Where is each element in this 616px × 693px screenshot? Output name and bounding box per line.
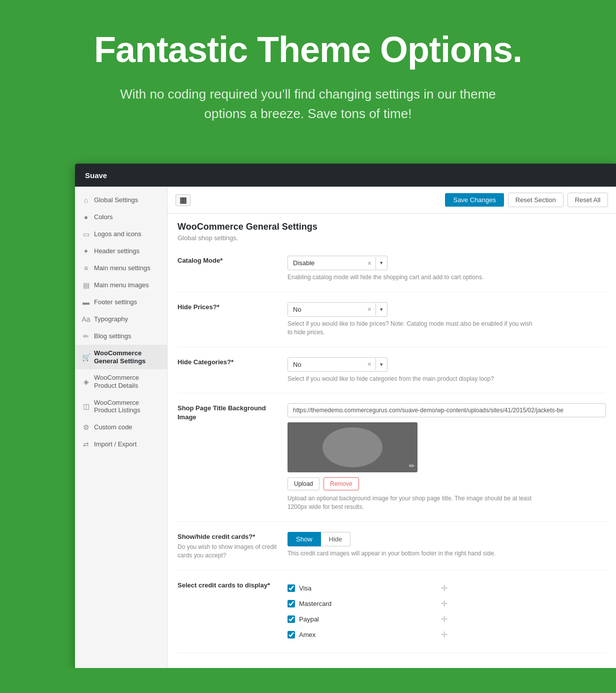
hide-prices-clear[interactable]: × (364, 303, 376, 315)
sidebar-item-woocommerce-product-details[interactable]: ◈ WooCommerce Product Details (75, 369, 167, 394)
checkbox-item-3: Amex ✛ (288, 627, 448, 642)
checkbox-mastercard[interactable] (288, 600, 295, 607)
hide-prices-arrow[interactable]: ▾ (376, 304, 387, 315)
shop-bg-image-row: Shop Page Title Background Image ✏ Uploa… (178, 393, 606, 522)
list-icon: ◫ (82, 402, 90, 410)
hide-prices-row: Hide Prices?* No × ▾ Select if you would… (178, 292, 606, 347)
main-layout: ⌂ Global Settings ● Colors ▭ Logos and i… (75, 187, 616, 667)
save-changes-button[interactable]: Save Changes (445, 193, 504, 207)
sidebar-item-label-header-settings: Header settings (94, 247, 140, 255)
sidebar-item-label-woocommerce-product-listings: WooCommerce Product Listings (94, 399, 160, 414)
checkbox-item-1: Mastercard ✛ (288, 596, 448, 611)
reset-all-button[interactable]: Reset All (568, 193, 608, 207)
toolbar: ▦ Save Changes Reset Section Reset All (168, 187, 616, 214)
menuimg-icon: ▤ (82, 281, 90, 289)
hero-subtitle: With no coding required you’ll find chan… (103, 85, 513, 124)
show-toggle-button[interactable]: Show (288, 532, 321, 546)
type-icon: Aa (82, 315, 90, 323)
checkbox-label-1: Mastercard (299, 600, 332, 607)
drag-handle-0[interactable]: ✛ (441, 583, 448, 593)
sidebar-item-label-colors: Colors (94, 213, 113, 221)
sidebar-item-label-main-menu-settings: Main menu settings (94, 264, 150, 272)
shop-bg-image-url[interactable] (288, 403, 606, 417)
hide-categories-clear[interactable]: × (364, 358, 376, 370)
sidebar-item-footer-settings[interactable]: ▬ Footer settings (75, 294, 167, 311)
drag-handle-3[interactable]: ✛ (441, 630, 448, 639)
sidebar-item-label-global-settings: Global Settings (94, 196, 138, 204)
blog-icon: ✏ (82, 332, 90, 340)
show-hide-toggle-group: Show Hide (288, 532, 606, 546)
sidebar-item-import-export[interactable]: ⇄ Import / Export (75, 436, 167, 453)
sidebar-item-typography[interactable]: Aa Typography (75, 311, 167, 328)
sidebar-item-label-custom-code: Custom code (94, 423, 132, 431)
checkbox-amex[interactable] (288, 631, 295, 638)
show-hide-credit-cards-row: Show/hide credit cards?* Do you wish to … (178, 522, 606, 570)
hide-categories-value: No (288, 358, 364, 371)
upload-button[interactable]: Upload (288, 477, 320, 490)
hide-toggle-button[interactable]: Hide (321, 532, 351, 546)
catalog-mode-help: Enabling catalog mode will hide the shop… (288, 273, 538, 282)
catalog-mode-select[interactable]: Disable × ▾ (288, 256, 388, 270)
image-upload-controls: Upload Remove (288, 477, 606, 490)
sidebar-item-header-settings[interactable]: ✦ Header settings (75, 243, 167, 260)
settings-icon: ✦ (82, 247, 90, 255)
drag-handle-1[interactable]: ✛ (441, 599, 448, 608)
hide-prices-label: Hide Prices?* (178, 303, 220, 311)
sidebar-item-woocommerce-product-listings[interactable]: ◫ WooCommerce Product Listings (75, 394, 167, 419)
show-hide-credit-cards-sublabel: Do you wish to show images of credit car… (178, 543, 278, 560)
sidebar-item-logos-icons[interactable]: ▭ Logos and icons (75, 226, 167, 243)
cart-icon: 🛒 (82, 353, 90, 361)
sidebar-item-global-settings[interactable]: ⌂ Global Settings (75, 192, 167, 209)
export-icon: ⇄ (82, 440, 90, 448)
hero-title: Fantastic Theme Options. (20, 30, 596, 70)
checkbox-paypal[interactable] (288, 615, 295, 623)
shop-bg-image-help: Upload an optional background image for … (288, 494, 538, 511)
select-credit-cards-label: Select credit cards to display* (178, 581, 270, 589)
sidebar-item-label-footer-settings: Footer settings (94, 298, 137, 306)
sidebar-item-woocommerce-general[interactable]: 🛒 WooCommerce General Settings (75, 345, 167, 369)
hide-categories-select[interactable]: No × ▾ (288, 357, 388, 372)
hide-categories-row: Hide Categories?* No × ▾ Select if you w… (178, 347, 606, 394)
shop-bg-image-preview: ✏ (288, 422, 418, 472)
section-description: Global shop settings. (178, 234, 606, 242)
app-window: Suave ⌂ Global Settings ● Colors ▭ Logos… (75, 164, 616, 667)
sidebar-item-custom-code[interactable]: ⚙ Custom code (75, 419, 167, 436)
show-hide-credit-cards-label: Show/hide credit cards?* (178, 533, 255, 540)
product-icon: ◈ (82, 378, 90, 386)
hide-categories-help: Select if you would like to hide categor… (288, 375, 538, 383)
sidebar-item-label-blog-settings: Blog settings (94, 332, 131, 340)
reset-section-button[interactable]: Reset Section (508, 193, 564, 207)
sidebar-item-label-typography: Typography (94, 315, 128, 323)
catalog-mode-arrow[interactable]: ▾ (376, 258, 387, 268)
hide-prices-select[interactable]: No × ▾ (288, 302, 388, 317)
catalog-mode-value: Disable (288, 256, 364, 270)
settings-area: Catalog Mode* Disable × ▾ Enabling catal… (168, 246, 616, 667)
pencil-icon: ✏ (409, 462, 415, 470)
sidebar: ⌂ Global Settings ● Colors ▭ Logos and i… (75, 187, 168, 667)
sidebar-item-label-import-export: Import / Export (94, 440, 136, 448)
hide-prices-help: Select if you would like to hide prices?… (288, 320, 538, 337)
code-icon: ⚙ (82, 423, 90, 431)
sidebar-item-main-menu-settings[interactable]: ≡ Main menu settings (75, 260, 167, 277)
sidebar-item-main-menu-images[interactable]: ▤ Main menu images (75, 277, 167, 294)
sidebar-item-colors[interactable]: ● Colors (75, 209, 167, 226)
checkbox-label-3: Amex (299, 631, 316, 638)
sidebar-item-label-woocommerce-general: WooCommerce General Settings (94, 349, 160, 365)
grid-icon[interactable]: ▦ (176, 194, 190, 206)
drag-handle-2[interactable]: ✛ (441, 614, 448, 624)
sidebar-item-blog-settings[interactable]: ✏ Blog settings (75, 328, 167, 345)
home-icon: ⌂ (82, 196, 90, 204)
checkbox-label-0: Visa (299, 584, 312, 592)
hide-prices-value: No (288, 303, 364, 316)
hide-categories-arrow[interactable]: ▾ (376, 359, 387, 370)
checkbox-visa[interactable] (288, 584, 295, 592)
credit-cards-checkbox-list: Visa ✛ Mastercard ✛ Paypal ✛ Amex ✛ (288, 580, 606, 642)
main-content: ▦ Save Changes Reset Section Reset All W… (168, 187, 616, 667)
top-bar: Suave (75, 164, 616, 187)
remove-button[interactable]: Remove (324, 477, 359, 490)
checkbox-item-0: Visa ✛ (288, 580, 448, 596)
image-icon: ▭ (82, 230, 90, 238)
show-hide-credit-cards-help: This credit card images will appear in y… (288, 549, 538, 558)
hero-section: Fantastic Theme Options. With no coding … (0, 0, 616, 164)
catalog-mode-clear[interactable]: × (364, 257, 376, 269)
